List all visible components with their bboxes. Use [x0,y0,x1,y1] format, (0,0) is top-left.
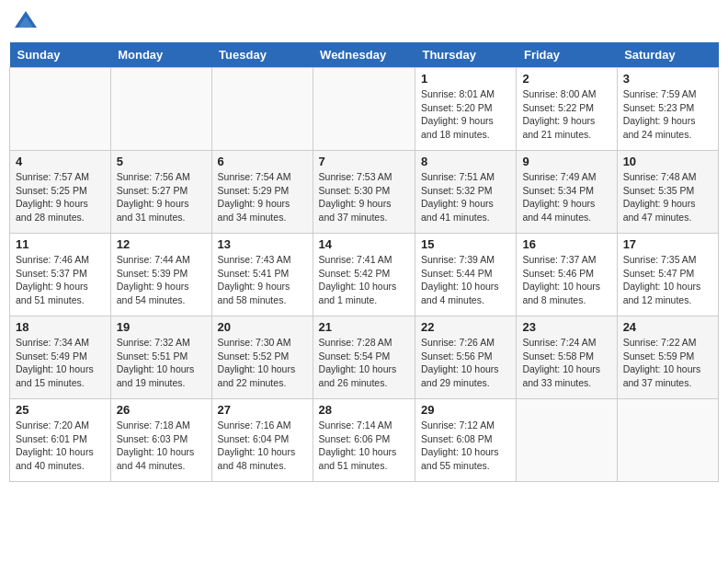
day-number: 11 [16,237,105,251]
calendar-cell: 11Sunrise: 7:46 AM Sunset: 5:37 PM Dayli… [10,234,111,316]
header-saturday: Saturday [617,42,718,68]
day-info: Sunrise: 7:28 AM Sunset: 5:54 PM Dayligh… [319,336,409,390]
day-info: Sunrise: 7:12 AM Sunset: 6:08 PM Dayligh… [421,419,510,473]
calendar-cell: 22Sunrise: 7:26 AM Sunset: 5:56 PM Dayli… [415,316,516,399]
day-info: Sunrise: 7:51 AM Sunset: 5:32 PM Dayligh… [421,170,510,224]
calendar-cell: 27Sunrise: 7:16 AM Sunset: 6:04 PM Dayli… [211,399,313,482]
day-number: 13 [218,237,307,251]
day-info: Sunrise: 7:49 AM Sunset: 5:34 PM Dayligh… [522,170,610,224]
day-info: Sunrise: 7:18 AM Sunset: 6:03 PM Dayligh… [117,419,206,473]
day-info: Sunrise: 7:43 AM Sunset: 5:41 PM Dayligh… [218,253,307,307]
header-tuesday: Tuesday [211,42,313,68]
calendar-cell [110,68,211,151]
day-info: Sunrise: 7:54 AM Sunset: 5:29 PM Dayligh… [218,170,307,224]
calendar-cell: 2Sunrise: 8:00 AM Sunset: 5:22 PM Daylig… [517,68,617,151]
day-number: 3 [623,72,712,86]
page-header [9,9,719,35]
header-friday: Friday [517,42,617,68]
calendar-cell: 15Sunrise: 7:39 AM Sunset: 5:44 PM Dayli… [415,234,516,316]
day-info: Sunrise: 7:39 AM Sunset: 5:44 PM Dayligh… [421,253,510,307]
calendar-cell: 23Sunrise: 7:24 AM Sunset: 5:58 PM Dayli… [517,316,617,399]
day-number: 26 [117,403,206,417]
calendar-cell: 24Sunrise: 7:22 AM Sunset: 5:59 PM Dayli… [617,316,718,399]
day-info: Sunrise: 7:44 AM Sunset: 5:39 PM Dayligh… [117,253,206,307]
day-number: 24 [623,320,712,334]
calendar-cell [617,399,718,482]
day-info: Sunrise: 7:56 AM Sunset: 5:27 PM Dayligh… [117,170,206,224]
day-number: 5 [117,155,206,168]
day-number: 8 [421,155,510,168]
calendar-cell: 21Sunrise: 7:28 AM Sunset: 5:54 PM Dayli… [313,316,415,399]
header-wednesday: Wednesday [313,42,415,68]
day-number: 25 [16,403,105,417]
calendar-cell: 17Sunrise: 7:35 AM Sunset: 5:47 PM Dayli… [617,234,718,316]
calendar-cell [313,68,415,151]
day-number: 7 [319,155,409,168]
calendar-cell: 19Sunrise: 7:32 AM Sunset: 5:51 PM Dayli… [110,316,211,399]
day-number: 17 [623,237,712,251]
calendar-cell: 29Sunrise: 7:12 AM Sunset: 6:08 PM Dayli… [415,399,516,482]
calendar-cell: 12Sunrise: 7:44 AM Sunset: 5:39 PM Dayli… [110,234,211,316]
calendar-cell: 1Sunrise: 8:01 AM Sunset: 5:20 PM Daylig… [415,68,516,151]
day-number: 9 [522,155,610,168]
day-number: 29 [421,403,510,417]
day-info: Sunrise: 8:01 AM Sunset: 5:20 PM Dayligh… [421,87,510,142]
calendar-cell: 26Sunrise: 7:18 AM Sunset: 6:03 PM Dayli… [110,399,211,482]
day-number: 21 [319,320,409,334]
day-info: Sunrise: 7:30 AM Sunset: 5:52 PM Dayligh… [218,336,307,390]
day-info: Sunrise: 7:14 AM Sunset: 6:06 PM Dayligh… [319,419,409,473]
calendar-cell: 8Sunrise: 7:51 AM Sunset: 5:32 PM Daylig… [415,151,516,234]
calendar-table: SundayMondayTuesdayWednesdayThursdayFrid… [9,42,719,482]
calendar-week-row: 4Sunrise: 7:57 AM Sunset: 5:25 PM Daylig… [10,151,719,234]
calendar-week-row: 18Sunrise: 7:34 AM Sunset: 5:49 PM Dayli… [10,316,719,399]
calendar-cell: 25Sunrise: 7:20 AM Sunset: 6:01 PM Dayli… [10,399,111,482]
day-info: Sunrise: 7:22 AM Sunset: 5:59 PM Dayligh… [623,336,712,390]
day-info: Sunrise: 7:34 AM Sunset: 5:49 PM Dayligh… [16,336,105,390]
calendar-cell [517,399,617,482]
day-info: Sunrise: 7:46 AM Sunset: 5:37 PM Dayligh… [16,253,105,307]
calendar-week-row: 25Sunrise: 7:20 AM Sunset: 6:01 PM Dayli… [10,399,719,482]
day-number: 19 [117,320,206,334]
day-info: Sunrise: 8:00 AM Sunset: 5:22 PM Dayligh… [522,87,610,142]
day-info: Sunrise: 7:16 AM Sunset: 6:04 PM Dayligh… [218,419,307,473]
calendar-header-row: SundayMondayTuesdayWednesdayThursdayFrid… [10,42,719,68]
calendar-cell: 18Sunrise: 7:34 AM Sunset: 5:49 PM Dayli… [10,316,111,399]
day-info: Sunrise: 7:57 AM Sunset: 5:25 PM Dayligh… [16,170,105,224]
calendar-cell: 5Sunrise: 7:56 AM Sunset: 5:27 PM Daylig… [110,151,211,234]
logo [13,9,42,35]
day-number: 4 [16,155,105,168]
calendar-cell: 6Sunrise: 7:54 AM Sunset: 5:29 PM Daylig… [211,151,313,234]
calendar-cell: 3Sunrise: 7:59 AM Sunset: 5:23 PM Daylig… [617,68,718,151]
day-info: Sunrise: 7:41 AM Sunset: 5:42 PM Dayligh… [319,253,409,307]
calendar-week-row: 1Sunrise: 8:01 AM Sunset: 5:20 PM Daylig… [10,68,719,151]
day-info: Sunrise: 7:32 AM Sunset: 5:51 PM Dayligh… [117,336,206,390]
day-info: Sunrise: 7:26 AM Sunset: 5:56 PM Dayligh… [421,336,510,390]
calendar-cell: 7Sunrise: 7:53 AM Sunset: 5:30 PM Daylig… [313,151,415,234]
day-number: 6 [218,155,307,168]
day-number: 12 [117,237,206,251]
day-number: 27 [218,403,307,417]
calendar-cell: 9Sunrise: 7:49 AM Sunset: 5:34 PM Daylig… [517,151,617,234]
calendar-cell: 28Sunrise: 7:14 AM Sunset: 6:06 PM Dayli… [313,399,415,482]
calendar-cell: 13Sunrise: 7:43 AM Sunset: 5:41 PM Dayli… [211,234,313,316]
day-number: 15 [421,237,510,251]
calendar-cell [10,68,111,151]
calendar-cell: 20Sunrise: 7:30 AM Sunset: 5:52 PM Dayli… [211,316,313,399]
day-number: 20 [218,320,307,334]
day-info: Sunrise: 7:53 AM Sunset: 5:30 PM Dayligh… [319,170,409,224]
day-info: Sunrise: 7:48 AM Sunset: 5:35 PM Dayligh… [623,170,712,224]
day-number: 23 [522,320,610,334]
calendar-cell [211,68,313,151]
day-info: Sunrise: 7:24 AM Sunset: 5:58 PM Dayligh… [522,336,610,390]
day-info: Sunrise: 7:37 AM Sunset: 5:46 PM Dayligh… [522,253,610,307]
day-number: 14 [319,237,409,251]
calendar-cell: 10Sunrise: 7:48 AM Sunset: 5:35 PM Dayli… [617,151,718,234]
day-number: 18 [16,320,105,334]
day-number: 16 [522,237,610,251]
calendar-cell: 14Sunrise: 7:41 AM Sunset: 5:42 PM Dayli… [313,234,415,316]
day-number: 1 [421,72,510,86]
header-thursday: Thursday [415,42,516,68]
header-sunday: Sunday [10,42,111,68]
calendar-week-row: 11Sunrise: 7:46 AM Sunset: 5:37 PM Dayli… [10,234,719,316]
calendar-cell: 16Sunrise: 7:37 AM Sunset: 5:46 PM Dayli… [517,234,617,316]
